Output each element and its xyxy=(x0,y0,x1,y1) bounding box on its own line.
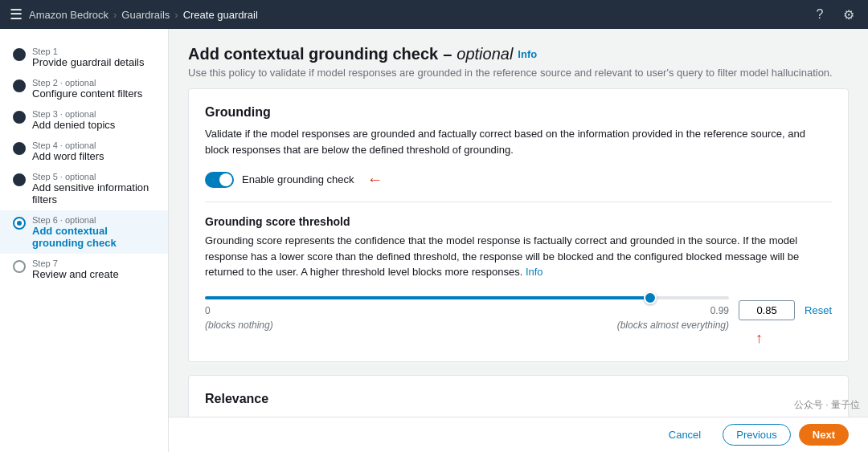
grounding-min-label: 0 xyxy=(205,305,211,316)
breadcrumb-sep-1: › xyxy=(113,9,117,21)
grounding-card-title: Grounding xyxy=(205,105,832,120)
settings-icon[interactable]: ⚙ xyxy=(839,5,858,24)
step6-label: Step 6 · optional xyxy=(32,215,155,225)
page-title-text: Add contextual grounding check xyxy=(188,45,438,63)
step3-label: Step 3 · optional xyxy=(32,109,115,119)
breadcrumb-guardrails[interactable]: Guardrails xyxy=(121,9,170,21)
previous-button[interactable]: Previous xyxy=(723,424,791,446)
page-footer: Cancel Previous Next xyxy=(169,417,868,452)
grounding-left-desc: (blocks nothing) xyxy=(205,320,273,331)
grounding-toggle-row: Enable grounding check ← xyxy=(205,170,832,189)
sidebar: Step 1 Provide guardrail details Step 2 … xyxy=(0,29,169,452)
relevance-card-title: Relevance xyxy=(205,392,832,406)
grounding-slider-labels: 0 0.99 xyxy=(205,305,729,316)
main-content: Add contextual grounding check – optiona… xyxy=(169,29,868,452)
top-navigation: ☰ Amazon Bedrock › Guardrails › Create g… xyxy=(0,0,868,29)
grounding-right-desc: (blocks almost everything) xyxy=(617,320,729,331)
step6-dot xyxy=(13,217,26,230)
grounding-slider-section: 0 0.99 (blocks nothing) (blocks almost e… xyxy=(205,290,832,345)
breadcrumb-current: Create guardrail xyxy=(183,9,258,21)
grounding-slider-desc-labels: (blocks nothing) (blocks almost everythi… xyxy=(205,320,729,331)
page-title-optional: optional xyxy=(457,45,513,63)
page-layout: Step 1 Provide guardrail details Step 2 … xyxy=(0,29,868,452)
sidebar-item-step2[interactable]: Step 2 · optional Configure content filt… xyxy=(0,73,168,104)
step4-name: Add word filters xyxy=(32,150,104,162)
step7-dot xyxy=(13,260,26,273)
watermark: 公众号 · 量子位 xyxy=(794,398,860,412)
step1-text: Step 1 Provide guardrail details xyxy=(32,47,144,68)
breadcrumb-sep-2: › xyxy=(174,9,178,21)
step5-label: Step 5 · optional xyxy=(32,172,155,181)
nav-right: ? ⚙ xyxy=(810,5,858,24)
step3-text: Step 3 · optional Add denied topics xyxy=(32,109,115,131)
step6-text: Step 6 · optional Add contextual groundi… xyxy=(32,215,155,249)
sidebar-item-step7[interactable]: Step 7 Review and create xyxy=(0,254,168,285)
grounding-slider-row: 0 0.99 (blocks nothing) (blocks almost e… xyxy=(205,290,832,331)
grounding-toggle-slider xyxy=(205,172,234,188)
grounding-toggle-arrow-icon: ← xyxy=(367,170,383,189)
page-subtitle: Use this policy to validate if model res… xyxy=(188,67,849,79)
grounding-toggle[interactable] xyxy=(205,172,234,188)
step2-text: Step 2 · optional Configure content filt… xyxy=(32,78,142,100)
grounding-threshold-desc: Grounding score represents the confidenc… xyxy=(205,233,832,280)
step1-name: Provide guardrail details xyxy=(32,56,144,68)
breadcrumb: Amazon Bedrock › Guardrails › Create gua… xyxy=(29,9,258,21)
grounding-threshold-info-link[interactable]: Info xyxy=(526,266,543,278)
step7-name: Review and create xyxy=(32,268,119,280)
step7-label: Step 7 xyxy=(32,259,119,268)
grounding-toggle-label: Enable grounding check xyxy=(242,173,354,185)
grounding-score-input[interactable]: 0.85 xyxy=(739,300,795,320)
sidebar-item-step6[interactable]: Step 6 · optional Add contextual groundi… xyxy=(0,210,168,254)
step4-text: Step 4 · optional Add word filters xyxy=(32,140,104,162)
sidebar-item-step5[interactable]: Step 5 · optional Add sensitive informat… xyxy=(0,167,168,210)
step1-label: Step 1 xyxy=(32,47,144,56)
grounding-reset-link[interactable]: Reset xyxy=(805,304,832,316)
grounding-card: Grounding Validate if the model response… xyxy=(188,88,849,362)
step2-dot xyxy=(13,79,26,92)
next-button[interactable]: Next xyxy=(799,424,849,446)
step2-name: Configure content filters xyxy=(32,88,142,100)
help-icon[interactable]: ? xyxy=(810,5,829,24)
step3-name: Add denied topics xyxy=(32,119,115,131)
step4-label: Step 4 · optional xyxy=(32,140,104,150)
grounding-max-label: 0.99 xyxy=(710,305,729,316)
step5-dot xyxy=(13,173,26,186)
grounding-slider[interactable] xyxy=(205,296,729,299)
grounding-threshold-title: Grounding score threshold xyxy=(205,215,832,228)
step1-dot xyxy=(13,48,26,61)
step4-dot xyxy=(13,142,26,155)
nav-left: ☰ Amazon Bedrock › Guardrails › Create g… xyxy=(10,6,258,23)
page-title: Add contextual grounding check – optiona… xyxy=(188,45,849,63)
breadcrumb-amazon-bedrock[interactable]: Amazon Bedrock xyxy=(29,9,108,21)
page-header: Add contextual grounding check – optiona… xyxy=(188,45,849,79)
step2-label: Step 2 · optional xyxy=(32,78,142,88)
grounding-card-desc: Validate if the model responses are grou… xyxy=(205,126,832,157)
step5-text: Step 5 · optional Add sensitive informat… xyxy=(32,172,155,206)
step6-name: Add contextual grounding check xyxy=(32,225,155,249)
grounding-divider xyxy=(205,202,832,202)
step7-text: Step 7 Review and create xyxy=(32,259,119,280)
hamburger-menu-icon[interactable]: ☰ xyxy=(10,6,23,23)
step5-name: Add sensitive information filters xyxy=(32,181,155,206)
sidebar-item-step1[interactable]: Step 1 Provide guardrail details xyxy=(0,42,168,73)
step3-dot xyxy=(13,111,26,124)
sidebar-item-step3[interactable]: Step 3 · optional Add denied topics xyxy=(0,104,168,136)
page-info-link[interactable]: Info xyxy=(518,48,537,60)
sidebar-item-step4[interactable]: Step 4 · optional Add word filters xyxy=(0,136,168,167)
cancel-button[interactable]: Cancel xyxy=(655,423,714,446)
grounding-up-arrow-icon: ↑ xyxy=(205,331,832,345)
grounding-slider-container: 0 0.99 (blocks nothing) (blocks almost e… xyxy=(205,290,729,331)
